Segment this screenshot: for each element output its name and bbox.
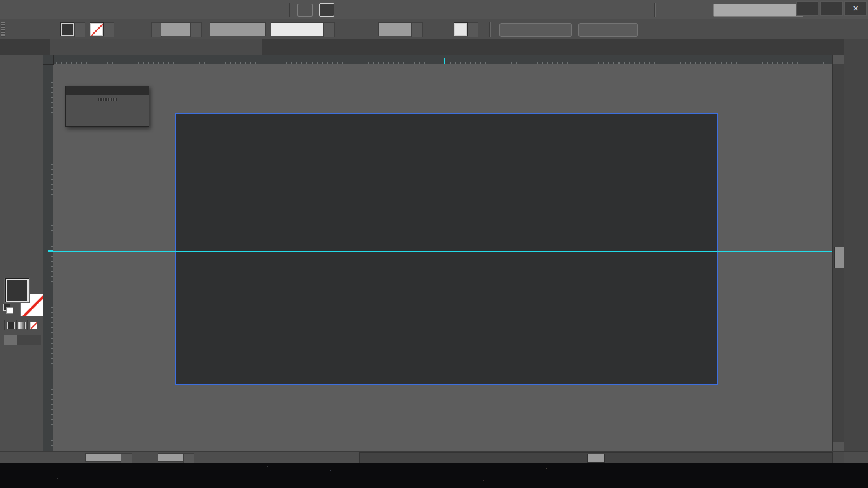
vertical-guide[interactable] bbox=[445, 64, 445, 451]
control-bar bbox=[0, 19, 868, 40]
panel-dock bbox=[844, 39, 868, 451]
ruler-origin-corner[interactable] bbox=[43, 55, 54, 65]
close-button[interactable]: ✕ bbox=[844, 1, 867, 16]
minimize-button[interactable]: – bbox=[796, 1, 818, 16]
style-swatch[interactable] bbox=[454, 22, 468, 36]
color-button[interactable] bbox=[4, 320, 17, 330]
document-setup-button[interactable] bbox=[499, 23, 572, 37]
wallpaper-speckles bbox=[0, 463, 1, 463]
zoom-level-caret[interactable] bbox=[121, 453, 132, 463]
search-input[interactable] bbox=[713, 4, 803, 17]
workspace-switcher[interactable] bbox=[661, 0, 665, 19]
guide-marker bbox=[444, 58, 445, 64]
preferences-button[interactable] bbox=[578, 23, 638, 37]
illustrator-window: – ✕ bbox=[0, 0, 868, 488]
width-profile-dropdown[interactable] bbox=[210, 22, 266, 36]
windows-taskbar bbox=[0, 463, 868, 488]
artboard-rectangle[interactable] bbox=[175, 113, 718, 385]
vertical-scroll-thumb[interactable] bbox=[834, 247, 844, 268]
panel-grip[interactable] bbox=[98, 98, 117, 101]
status-bar bbox=[0, 451, 868, 463]
divider bbox=[289, 3, 290, 17]
styles-button[interactable] bbox=[319, 3, 334, 17]
brush-definition-field[interactable] bbox=[271, 22, 330, 36]
canvas[interactable] bbox=[53, 64, 832, 451]
none-button[interactable] bbox=[27, 320, 39, 330]
menu-bar: – ✕ bbox=[0, 0, 868, 20]
fill-color-caret[interactable] bbox=[74, 22, 85, 37]
vertical-scrollbar[interactable] bbox=[832, 55, 844, 451]
panel-header[interactable] bbox=[66, 86, 149, 95]
fill-swatch[interactable] bbox=[5, 278, 29, 302]
draw-normal-mode[interactable] bbox=[4, 335, 17, 345]
guide-marker bbox=[48, 250, 53, 252]
divider bbox=[489, 22, 490, 37]
scrollbar-corner bbox=[832, 452, 844, 463]
panel-grip[interactable] bbox=[1, 22, 5, 37]
document-tab-strip bbox=[0, 39, 868, 55]
scroll-down-arrow[interactable] bbox=[833, 442, 844, 451]
pen-tools-floating-panel[interactable] bbox=[65, 86, 149, 127]
draw-behind-mode[interactable] bbox=[17, 335, 29, 345]
horizontal-guide[interactable] bbox=[53, 251, 832, 252]
horizontal-ruler bbox=[43, 55, 832, 65]
stroke-color-swatch[interactable] bbox=[90, 22, 104, 36]
horizontal-scroll-thumb[interactable] bbox=[587, 454, 605, 463]
style-caret[interactable] bbox=[468, 22, 478, 37]
window-controls: – ✕ bbox=[796, 1, 867, 16]
bridge-button[interactable] bbox=[297, 4, 313, 17]
brush-definition-caret[interactable] bbox=[323, 22, 335, 37]
zoom-level-field[interactable] bbox=[85, 453, 126, 462]
restore-button[interactable] bbox=[820, 1, 843, 16]
opacity-caret[interactable] bbox=[411, 22, 423, 37]
vertical-ruler bbox=[43, 64, 54, 451]
artboard-number-caret[interactable] bbox=[183, 453, 194, 463]
gradient-button[interactable] bbox=[16, 320, 28, 330]
stroke-weight-caret[interactable] bbox=[190, 22, 202, 37]
stroke-color-caret[interactable] bbox=[104, 22, 114, 37]
document-tab[interactable] bbox=[50, 39, 262, 55]
tools-panel bbox=[0, 55, 44, 451]
status-display[interactable] bbox=[221, 452, 347, 463]
draw-inside-mode[interactable] bbox=[29, 335, 41, 345]
divider bbox=[654, 3, 655, 17]
system-tray bbox=[824, 463, 868, 488]
fill-color-swatch[interactable] bbox=[60, 22, 74, 36]
scroll-up-arrow[interactable] bbox=[833, 55, 844, 64]
